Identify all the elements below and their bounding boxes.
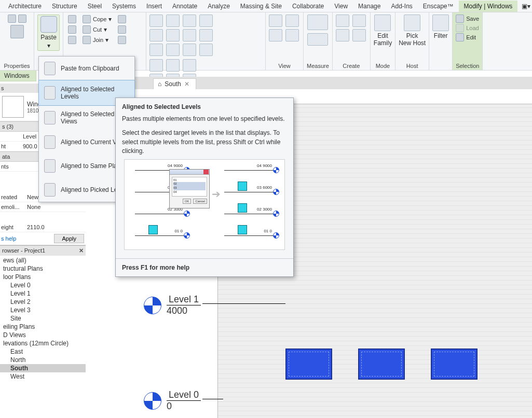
view-a-icon[interactable]	[269, 15, 282, 27]
paste-button[interactable]: Paste ▾	[37, 15, 60, 51]
close-icon[interactable]: ✕	[184, 80, 189, 88]
tab-enscape[interactable]: Enscape™	[418, 1, 459, 12]
pin-icon[interactable]	[199, 44, 213, 56]
group-measure: Measure	[307, 62, 329, 69]
view-b-icon[interactable]	[285, 15, 299, 27]
geom-tool-1[interactable]	[116, 15, 128, 24]
align-icon[interactable]	[149, 29, 163, 41]
tab-massing[interactable]: Massing & Site	[235, 1, 287, 12]
ribbon-tabs: Architecture Structure Steel Systems Ins…	[0, 0, 532, 12]
tree-node-10[interactable]: levations (12mm Circle)	[0, 339, 86, 347]
selection-save[interactable]: Save	[456, 15, 479, 23]
view-tab-south[interactable]: ⌂ South ✕	[153, 78, 196, 89]
dimension-icon[interactable]	[307, 33, 328, 46]
selection-load[interactable]: Load	[456, 24, 479, 32]
tree-node-4[interactable]: Level 1	[0, 289, 86, 298]
tree-node-7[interactable]: Site	[0, 314, 86, 323]
create-d-icon[interactable]	[352, 29, 366, 41]
tree-node-11[interactable]: East	[0, 347, 86, 356]
tree-node-6[interactable]: Level 3	[0, 306, 86, 314]
extend-icon[interactable]	[199, 29, 213, 41]
create-a-icon[interactable]	[336, 15, 349, 27]
tab-view[interactable]: View	[329, 1, 353, 12]
join-button[interactable]: Join▾	[81, 35, 113, 45]
properties-icon[interactable]	[10, 25, 24, 38]
level-marker-0[interactable]: Level 00	[144, 389, 201, 412]
tab-manage[interactable]: Manage	[353, 1, 386, 12]
mod-a-icon[interactable]	[149, 59, 163, 72]
array-icon[interactable]	[166, 44, 180, 56]
geom-tool-3[interactable]	[116, 35, 128, 45]
row-demol-v[interactable]: None	[26, 202, 86, 212]
link-icon[interactable]	[18, 15, 26, 23]
measure-icon[interactable]	[307, 15, 328, 30]
copy-icon[interactable]	[166, 15, 180, 27]
tab-architecture[interactable]: Architecture	[3, 1, 47, 12]
group-properties: Properties	[3, 62, 31, 69]
tree-node-12[interactable]: North	[0, 356, 86, 364]
view-c-icon[interactable]	[269, 29, 282, 41]
move-icon[interactable]	[149, 15, 163, 27]
tree-node-13[interactable]: South	[0, 364, 86, 372]
tab-analyze[interactable]: Analyze	[202, 1, 235, 12]
window-1[interactable]	[285, 349, 332, 380]
filter-button[interactable]: Filter	[432, 15, 449, 39]
cope-button[interactable]: Cope▾	[81, 15, 113, 24]
mod-c-icon[interactable]	[183, 59, 196, 72]
cut-button[interactable]: Cut▾	[81, 25, 113, 34]
create-b-icon[interactable]	[352, 15, 366, 27]
tooltip-line2: Select the desired target levels in the …	[122, 129, 287, 156]
match-icon[interactable]	[66, 25, 78, 34]
tree-node-8[interactable]: eiling Plans	[0, 323, 86, 331]
level-marker-1[interactable]: Level 14000	[144, 294, 201, 316]
properties-help-link[interactable]: s help	[0, 233, 17, 244]
edit-family-button[interactable]: Edit Family	[374, 15, 392, 47]
tab-structure[interactable]: Structure	[47, 1, 83, 12]
window-2[interactable]	[358, 349, 405, 380]
pick-host-icon	[404, 15, 420, 31]
row-level-k	[0, 132, 22, 141]
tree-node-5[interactable]: Level 2	[0, 298, 86, 306]
tab-insert[interactable]: Insert	[141, 1, 167, 12]
tree-node-14[interactable]: West	[0, 372, 86, 381]
tree-node-2[interactable]: loor Plans	[0, 273, 86, 281]
paint-icon[interactable]	[66, 35, 78, 45]
selection-edit[interactable]: Edit	[456, 33, 479, 41]
rotate-icon[interactable]	[183, 15, 196, 27]
tree-node-3[interactable]: Level 0	[0, 281, 86, 289]
tree-node-0[interactable]: ews (all)	[0, 256, 86, 264]
tab-collaborate[interactable]: Collaborate	[287, 1, 329, 12]
project-browser[interactable]: ews (all)tructural Plansloor PlansLevel …	[0, 256, 86, 381]
trim-icon[interactable]	[183, 29, 196, 41]
view-d-icon[interactable]	[285, 29, 299, 41]
tab-addins[interactable]: Add-Ins	[386, 1, 417, 12]
browser-close-icon[interactable]: ✕	[79, 247, 84, 254]
tab-annotate[interactable]: Annotate	[167, 1, 202, 12]
tab-systems[interactable]: Systems	[107, 1, 141, 12]
mirror-icon[interactable]	[199, 15, 213, 27]
level-name-0: Level 0	[167, 389, 201, 401]
view-tabs: ⌂ South ✕	[86, 77, 532, 89]
paste-icon	[40, 16, 57, 33]
panel-toggle-icon[interactable]: ▣▾	[517, 3, 532, 10]
window-3[interactable]	[431, 349, 478, 380]
row-height-v[interactable]: 2110.0	[26, 222, 86, 232]
offset-icon[interactable]	[166, 29, 180, 41]
mod-b-icon[interactable]	[166, 59, 180, 72]
modify-icon[interactable]	[8, 15, 16, 23]
tree-node-9[interactable]: D Views	[0, 331, 86, 339]
clipboard-icon	[44, 159, 56, 173]
split-icon[interactable]	[149, 44, 163, 56]
pick-new-host-button[interactable]: Pick New Host	[399, 15, 426, 47]
tab-modify-windows[interactable]: Modify | Windows	[459, 1, 518, 12]
create-c-icon[interactable]	[336, 29, 349, 41]
scale-icon[interactable]	[183, 44, 196, 56]
cut-tool-icon[interactable]	[66, 15, 78, 24]
pick-host-label: Pick New Host	[399, 32, 426, 47]
paste-item-0[interactable]: Paste from Clipboard	[39, 57, 134, 80]
group-host: Host	[399, 62, 426, 69]
geom-tool-2[interactable]	[116, 25, 128, 34]
tab-steel[interactable]: Steel	[83, 1, 107, 12]
tree-node-1[interactable]: tructural Plans	[0, 264, 86, 273]
apply-button[interactable]: Apply	[54, 234, 84, 243]
